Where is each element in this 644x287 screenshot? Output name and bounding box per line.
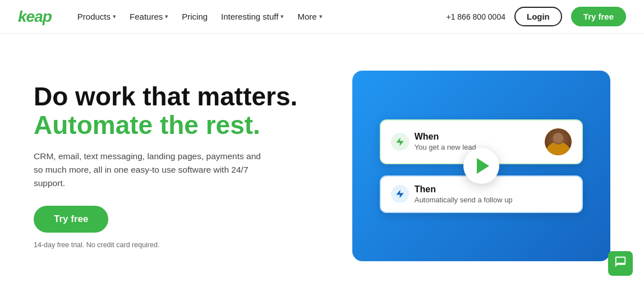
video-card: When You get a new lead <box>352 71 610 261</box>
login-button[interactable]: Login <box>514 7 562 26</box>
svg-point-2 <box>553 133 563 143</box>
hero-headline: Do work that matters. Automate the rest. <box>34 82 330 139</box>
chat-button[interactable] <box>608 251 633 276</box>
then-sub: Automatically send a follow up <box>415 196 513 204</box>
then-label: Then <box>415 184 513 195</box>
nav-links: Products ▾ Features ▾ Pricing Interestin… <box>72 7 447 26</box>
headline-black: Do work that matters. <box>34 82 297 111</box>
when-sub: You get a new lead <box>415 143 476 151</box>
nav-interesting[interactable]: Interesting stuff ▾ <box>215 7 289 26</box>
play-button[interactable] <box>463 148 499 184</box>
try-free-hero-button[interactable]: Try free <box>34 206 108 233</box>
nav-pricing[interactable]: Pricing <box>176 7 213 26</box>
nav-right: +1 866 800 0004 Login Try free <box>446 7 626 26</box>
more-chevron: ▾ <box>319 13 323 20</box>
then-card-text: Then Automatically send a follow up <box>415 184 513 204</box>
hero-subtext: CRM, email, text messaging, landing page… <box>34 150 269 190</box>
trial-note: 14-day free trial. No credit card requir… <box>34 241 159 249</box>
interesting-label: Interesting stuff <box>221 12 278 21</box>
nav-more[interactable]: More ▾ <box>292 7 328 26</box>
products-chevron: ▾ <box>113 13 116 20</box>
hero-section: Do work that matters. Automate the rest.… <box>0 34 644 287</box>
navbar: keap Products ▾ Features ▾ Pricing Inter… <box>0 0 644 34</box>
more-label: More <box>297 12 316 21</box>
headline-green: Automate the rest. <box>34 110 260 140</box>
play-icon <box>477 158 489 174</box>
avatar <box>545 128 572 155</box>
features-label: Features <box>130 12 163 21</box>
hero-right: When You get a new lead <box>352 71 610 261</box>
logo[interactable]: keap <box>18 8 52 26</box>
try-free-nav-button[interactable]: Try free <box>571 7 626 26</box>
features-chevron: ▾ <box>165 13 168 20</box>
when-label: When <box>415 132 476 142</box>
products-label: Products <box>77 12 111 21</box>
nav-features[interactable]: Features ▾ <box>124 7 174 26</box>
then-icon <box>391 185 409 203</box>
chat-icon <box>614 256 627 271</box>
nav-products[interactable]: Products ▾ <box>72 7 122 26</box>
interesting-chevron: ▾ <box>280 13 284 20</box>
when-card-text: When You get a new lead <box>415 132 476 151</box>
hero-left: Do work that matters. Automate the rest.… <box>34 82 352 249</box>
pricing-label: Pricing <box>182 12 208 21</box>
phone-number[interactable]: +1 866 800 0004 <box>446 12 505 21</box>
when-icon <box>391 133 409 151</box>
avatar-face <box>545 128 572 155</box>
